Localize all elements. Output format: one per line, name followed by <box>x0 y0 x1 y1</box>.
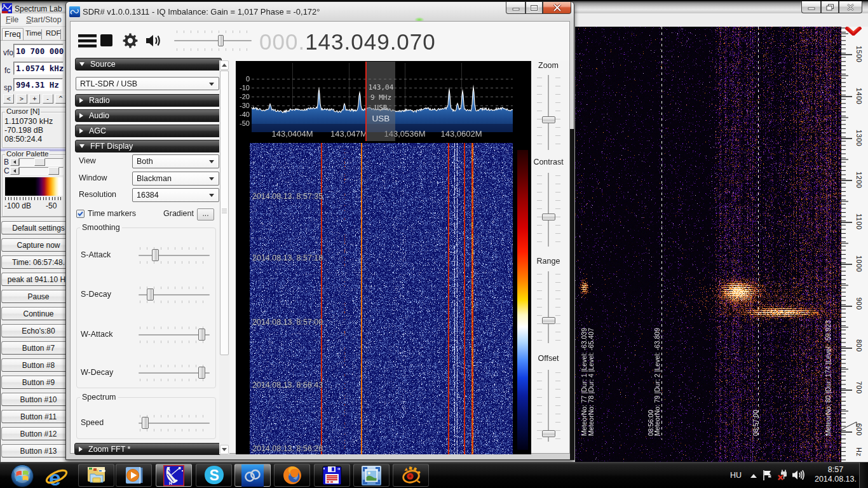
view-select[interactable]: Both <box>132 154 219 168</box>
sl-button-10[interactable]: Button #9 <box>1 376 76 389</box>
palette-c-thumb[interactable] <box>48 167 59 175</box>
sl-button-12[interactable]: Button #11 <box>1 410 76 423</box>
taskbar-button-spectrum-lab[interactable] <box>156 464 192 487</box>
slider-s-decay-thumb[interactable] <box>147 288 154 301</box>
fc-field[interactable]: 1.0574 kHz <box>13 62 64 75</box>
slider-speed-thumb[interactable] <box>142 417 149 429</box>
mode-label: USB <box>367 114 395 123</box>
action-center-flag-icon[interactable] <box>763 470 773 481</box>
maximize-button[interactable] <box>526 2 543 14</box>
section-agc[interactable]: AGC <box>75 125 222 137</box>
menu-file[interactable]: File <box>6 15 18 24</box>
source-select[interactable]: RTL-SDR / USB <box>76 77 219 90</box>
device-status-icon[interactable] <box>777 469 789 481</box>
section-radio[interactable]: Radio <box>75 94 222 107</box>
tab-freq[interactable]: Freq <box>2 28 24 40</box>
display-slider-contrast-track[interactable] <box>548 173 549 247</box>
sl-button-14[interactable]: Button #13 <box>1 444 76 458</box>
taskbar-button-windows-explorer[interactable] <box>78 464 114 487</box>
taskbar-button-firefox[interactable] <box>274 464 310 487</box>
time-markers-checkbox[interactable] <box>76 210 85 218</box>
display-slider-offset-thumb[interactable] <box>542 430 555 437</box>
close-button[interactable] <box>543 2 571 14</box>
settings-gear-icon[interactable] <box>123 33 138 48</box>
display-slider-range-thumb[interactable] <box>542 317 555 324</box>
palette-c-left-button[interactable] <box>10 167 19 175</box>
spectrum-lab-waterfall[interactable] <box>575 27 841 463</box>
freq-nav-^[interactable]: ^ <box>55 94 66 104</box>
display-slider-range-track[interactable] <box>548 271 549 343</box>
section-source[interactable]: Source <box>75 58 222 71</box>
speaker-icon[interactable] <box>146 33 162 48</box>
taskbar-button-photo-viewer[interactable] <box>353 464 390 487</box>
section-audio[interactable]: Audio <box>75 109 222 122</box>
sl-button-9[interactable]: Button #8 <box>1 358 76 372</box>
volume-thumb[interactable] <box>218 35 224 46</box>
sl-button-11[interactable]: Button #10 <box>1 393 76 406</box>
restore-button[interactable] <box>821 1 839 13</box>
display-slider-contrast-thumb[interactable] <box>542 214 555 220</box>
taskbar-button-floppy-tool[interactable] <box>314 464 350 487</box>
taskbar-icon-internet-explorer[interactable]: e <box>44 466 67 488</box>
taskbar-button-media-player[interactable] <box>116 464 152 487</box>
minimize-button[interactable] <box>801 1 821 13</box>
minimize-button[interactable] <box>506 2 526 14</box>
section-fft-display[interactable]: FFT Display <box>75 140 222 152</box>
palette-b-label: B <box>4 158 9 166</box>
menu-icon[interactable] <box>78 33 97 48</box>
sl-button-7[interactable]: Echo's:80 <box>1 324 76 337</box>
freq-nav-<[interactable]: < <box>3 94 14 104</box>
slider-s-attack-thumb[interactable] <box>152 249 159 261</box>
taskbar-button-skype[interactable]: S <box>196 464 232 487</box>
sp-field[interactable]: 994.31 Hz <box>13 78 63 92</box>
language-indicator[interactable]: HU <box>730 471 742 480</box>
palette-b-left-button[interactable] <box>10 158 19 166</box>
freq-nav--[interactable]: - <box>43 94 53 104</box>
slider-speed-track[interactable] <box>139 423 210 424</box>
slider-w-attack-thumb[interactable] <box>198 329 205 341</box>
sdrsharp-titlebar[interactable]: SDR# v1.0.0.1311 - IQ Imbalance: Gain = … <box>66 2 574 21</box>
waterfall-plot[interactable] <box>236 143 531 454</box>
scroll-up-button[interactable] <box>220 60 229 70</box>
scroll-down-button[interactable] <box>220 445 229 454</box>
freq-tick: 143,0602M <box>436 129 487 139</box>
taskbar-clock[interactable]: 8:57 2014.08.13. <box>815 465 857 484</box>
palette-c-label: C <box>4 166 10 175</box>
freq-nav->[interactable]: > <box>17 94 27 104</box>
sl-button-5[interactable]: Pause <box>1 290 76 303</box>
frequency-display[interactable]: 000.143.049.070 <box>259 29 436 55</box>
stop-icon[interactable] <box>100 34 113 47</box>
menu-start-stop[interactable]: Start/Stop <box>26 15 62 24</box>
window-select[interactable]: Blackman <box>132 172 219 186</box>
sl-button-2[interactable]: Capture now <box>1 238 76 252</box>
sl-button-13[interactable]: Button #12 <box>1 427 76 440</box>
resolution-select[interactable]: 16384 <box>132 188 219 202</box>
spectrum-lab-title: Spectrum Lab <box>15 4 62 13</box>
display-slider-zoom-thumb[interactable] <box>542 116 555 123</box>
sl-button-4[interactable]: peak at 941.10 Hz <box>1 273 76 286</box>
show-desktop-button[interactable] <box>859 463 868 488</box>
palette-b-thumb[interactable] <box>34 158 45 166</box>
close-button[interactable] <box>839 1 862 13</box>
start-button[interactable] <box>10 464 34 488</box>
tray-expand-icon[interactable] <box>750 473 757 478</box>
volume-tray-icon[interactable] <box>792 470 805 480</box>
taskbar-button-irfanview[interactable] <box>393 464 429 487</box>
sl-button-1[interactable]: Default settings <box>1 221 76 234</box>
taskbar-button-sdrsharp[interactable] <box>234 464 271 487</box>
gradient-edit-button[interactable]: ... <box>197 208 214 220</box>
sl-button-8[interactable]: Button #7 <box>1 341 76 355</box>
freq-nav-+[interactable]: + <box>29 94 40 104</box>
sl-button-3[interactable]: Time: 06:57:48. <box>1 255 76 269</box>
scroll-thumb[interactable] <box>220 71 229 355</box>
slider-w-decay-thumb[interactable] <box>198 367 205 379</box>
sl-button-6[interactable]: Continue <box>1 307 76 320</box>
section-zoom-fft[interactable]: Zoom FFT * <box>74 443 221 455</box>
display-slider-zoom-track[interactable] <box>548 75 549 150</box>
vfo-field[interactable]: 10 700 000 <box>13 44 64 58</box>
tab-time[interactable]: Time <box>24 28 43 40</box>
panel-scrollbar[interactable] <box>219 60 229 454</box>
slider-s-attack-track[interactable] <box>139 255 210 256</box>
volume-slider[interactable] <box>174 40 252 41</box>
spectrum-display[interactable]: 0-10-20-30-40-50 143,0404M143,047M143,05… <box>236 61 531 454</box>
